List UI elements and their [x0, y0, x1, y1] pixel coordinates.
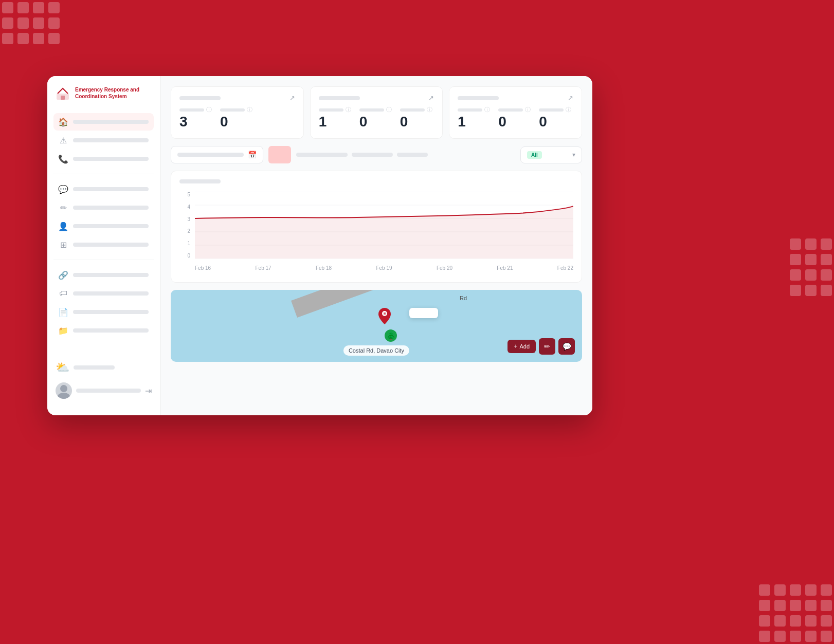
y-label-2: 2: [187, 228, 190, 234]
chart-title: [179, 179, 221, 183]
y-label-0: 0: [187, 253, 190, 259]
x-label-feb19: Feb 19: [376, 265, 392, 271]
stat-sub-active: ⓘ 3: [179, 106, 212, 129]
map-background: Rd 🌲: [171, 290, 582, 362]
app-title: Emergency Response and Coordination Syst…: [75, 86, 152, 100]
nav-label-edit: [73, 206, 149, 210]
sidebar-logo: Emergency Response and Coordination Syst…: [47, 86, 160, 113]
stat-card-reports: ↗ ⓘ 1 ⓘ 0: [310, 86, 443, 139]
filter-bar-1: [296, 153, 348, 157]
edit-map-icon: ✏: [544, 342, 550, 351]
nav-label-alerts: [73, 138, 149, 142]
chevron-down-icon: ▾: [572, 151, 575, 158]
svg-rect-1: [61, 96, 65, 100]
map-pin-container: [378, 308, 391, 326]
bg-dots-bottomright: [757, 582, 834, 644]
external-link-icon-1[interactable]: ↗: [289, 94, 295, 102]
external-link-icon-2[interactable]: ↗: [428, 94, 434, 102]
message-icon: 💬: [563, 342, 571, 351]
document-icon: 📄: [59, 307, 68, 317]
plus-icon: +: [514, 343, 517, 350]
y-label-4: 4: [187, 204, 190, 210]
external-link-icon-3[interactable]: ↗: [568, 94, 573, 102]
svg-point-2: [60, 385, 67, 392]
sidebar-item-home[interactable]: 🏠: [53, 113, 154, 131]
x-label-feb17: Feb 17: [255, 265, 271, 271]
sidebar-item-grid[interactable]: ⊞: [53, 236, 154, 253]
chat-icon: 💬: [59, 185, 68, 194]
chart-container: 5 4 3 2 1 0: [179, 192, 573, 274]
sidebar-item-tag[interactable]: 🏷: [53, 285, 154, 302]
info-icon-resolved: ⓘ: [247, 106, 252, 114]
chart-svg: [195, 192, 573, 259]
stat-card-reports-title: [319, 96, 360, 100]
svg-point-3: [58, 393, 70, 399]
sidebar-item-chat[interactable]: 💬: [53, 180, 154, 198]
main-content: ↗ ⓘ 3 ⓘ 0: [160, 76, 592, 415]
folder-icon: 📁: [59, 326, 68, 335]
avatar: [56, 382, 72, 399]
stat-sub-row-reports: ⓘ 1 ⓘ 0 ⓘ: [319, 106, 434, 129]
info-icon-pending: ⓘ: [346, 106, 351, 114]
stat-value-reviewed: 0: [359, 115, 392, 129]
map-tooltip: [409, 308, 438, 318]
date-range-input[interactable]: 📅: [171, 146, 263, 163]
user-icon: 👤: [59, 222, 68, 231]
chart-svg-area: [195, 192, 573, 259]
select-all-tag: All: [527, 151, 542, 159]
stat-value-pending: 1: [319, 115, 351, 129]
status-dropdown[interactable]: All ▾: [520, 146, 582, 163]
filter-bar-2: [352, 153, 393, 157]
info-icon-offline: ⓘ: [566, 106, 571, 114]
nav-label-home: [73, 120, 149, 124]
weather-row: ⛅: [56, 361, 152, 374]
nav-label-link: [73, 273, 149, 277]
sidebar-item-document[interactable]: 📄: [53, 303, 154, 321]
nav-divider-1: [53, 174, 154, 174]
stat-sub-row-incidents: ⓘ 3 ⓘ 0: [179, 106, 295, 129]
map-location-label: Costal Rd, Davao City: [343, 345, 409, 356]
map-controls: + Add ✏ 💬: [507, 338, 575, 355]
stat-sub-available: ⓘ 1: [458, 106, 490, 129]
map-message-button[interactable]: 💬: [558, 338, 575, 355]
app-logo-icon: [56, 86, 70, 101]
sidebar-bottom: ⛅ ⇥: [47, 355, 160, 405]
sidebar-navigation: 🏠 ⚠ 📞 💬 ✏ 👤: [47, 113, 160, 355]
sidebar-item-alerts[interactable]: ⚠: [53, 132, 154, 149]
sidebar-item-phone[interactable]: 📞: [53, 150, 154, 168]
logout-button[interactable]: ⇥: [145, 386, 152, 396]
filter-row: 📅 All ▾: [171, 146, 582, 163]
stat-sub-deployed: ⓘ 0: [498, 106, 531, 129]
chart-x-axis: Feb 16 Feb 17 Feb 18 Feb 19 Feb 20 Feb 2…: [195, 262, 573, 274]
stat-sub-row-resources: ⓘ 1 ⓘ 0 ⓘ: [458, 106, 573, 129]
map-add-button[interactable]: + Add: [507, 340, 536, 353]
map-edit-button[interactable]: ✏: [539, 338, 555, 355]
alert-icon: ⚠: [59, 136, 68, 145]
sidebar-item-user[interactable]: 👤: [53, 217, 154, 235]
filter-tag[interactable]: [268, 146, 291, 163]
y-label-3: 3: [187, 216, 190, 222]
add-label: Add: [519, 343, 530, 349]
sidebar-item-folder[interactable]: 📁: [53, 322, 154, 339]
nav-label-folder: [73, 328, 149, 333]
stat-value-available: 1: [458, 115, 490, 129]
date-placeholder: [177, 153, 244, 157]
stat-card-reports-header: ↗: [319, 94, 434, 102]
nav-label-chat: [73, 187, 149, 191]
sidebar-item-edit[interactable]: ✏: [53, 199, 154, 216]
avatar-image: [56, 382, 72, 399]
stat-card-resources-header: ↗: [458, 94, 573, 102]
phone-icon: 📞: [59, 154, 68, 163]
info-icon-deployed: ⓘ: [525, 106, 531, 114]
stat-value-resolved: 0: [220, 115, 252, 129]
stat-sub-resolved: ⓘ 0: [220, 106, 252, 129]
filter-bars: [296, 153, 515, 157]
calendar-icon: 📅: [248, 151, 257, 159]
map-road-label: Rd: [460, 295, 467, 301]
stat-value-active: 3: [179, 115, 212, 129]
sidebar-item-link[interactable]: 🔗: [53, 266, 154, 284]
weather-icon: ⛅: [56, 361, 69, 374]
nav-label-user: [73, 224, 149, 228]
info-icon-closed: ⓘ: [427, 106, 432, 114]
stat-value-closed: 0: [400, 115, 432, 129]
